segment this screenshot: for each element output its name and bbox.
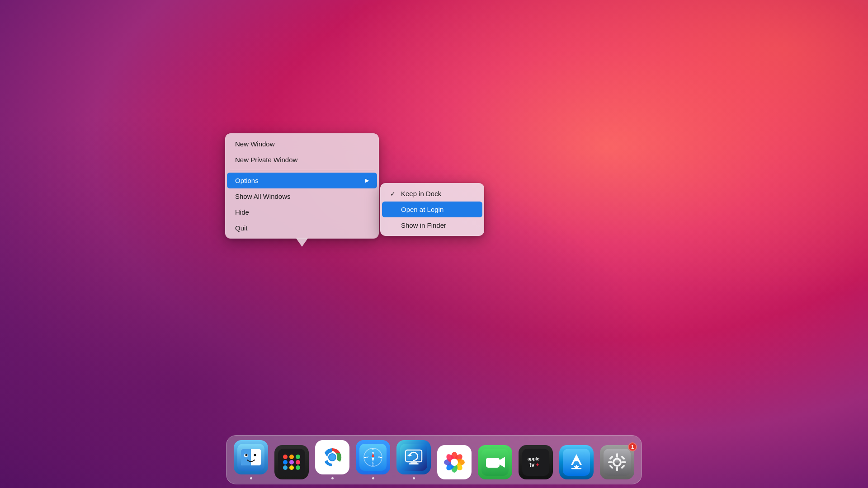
submenu-arrow-icon: ▶ — [365, 178, 369, 183]
svg-rect-23 — [359, 444, 387, 471]
svg-point-17 — [296, 465, 300, 470]
dock-app-finder[interactable] — [234, 440, 268, 479]
menu-item-show-all-windows-label: Show All Windows — [235, 192, 291, 200]
svg-point-64 — [614, 460, 620, 465]
svg-rect-66 — [616, 467, 618, 471]
svg-text:tv: tv — [529, 461, 535, 468]
svg-point-11 — [296, 455, 300, 459]
svg-text:W: W — [366, 456, 368, 459]
context-menu: New Window New Private Window Options ▶ … — [225, 133, 379, 239]
dock-app-safari[interactable]: N S E W — [356, 440, 390, 479]
svg-rect-67 — [608, 461, 613, 463]
menu-item-options-label: Options — [235, 177, 259, 184]
menu-item-new-window[interactable]: New Window — [227, 136, 377, 152]
submenu-options: ✓ Keep in Dock Open at Login Show in Fin… — [380, 183, 484, 236]
svg-point-6 — [245, 454, 248, 456]
submenu-item-open-at-login-label: Open at Login — [401, 206, 443, 213]
facetime-icon — [478, 445, 512, 479]
dock-app-chrome[interactable] — [315, 440, 349, 479]
svg-point-15 — [283, 465, 288, 470]
svg-text:E: E — [378, 456, 380, 459]
dock-app-mirror[interactable] — [396, 440, 431, 479]
menu-item-show-all-windows[interactable]: Show All Windows — [227, 188, 377, 204]
svg-rect-58 — [563, 449, 590, 476]
safari-icon: N S E W — [356, 440, 390, 474]
checkmark-icon: ✓ — [390, 190, 397, 197]
svg-point-12 — [283, 460, 288, 465]
dock-app-photos[interactable] — [437, 445, 472, 479]
svg-rect-68 — [622, 461, 626, 463]
menu-item-hide-label: Hide — [235, 208, 249, 216]
svg-point-22 — [329, 454, 335, 460]
svg-rect-3 — [249, 449, 251, 465]
svg-rect-39 — [409, 463, 419, 465]
menu-item-new-window-label: New Window — [235, 140, 275, 148]
appstore-icon — [559, 445, 594, 479]
dock-app-appletv[interactable]: apple tv + — [519, 445, 553, 479]
chrome-icon — [315, 440, 349, 474]
submenu-item-open-at-login[interactable]: Open at Login — [382, 202, 482, 217]
svg-rect-52 — [486, 458, 500, 468]
menu-divider-1 — [230, 170, 374, 170]
svg-point-14 — [296, 460, 300, 465]
mirror-dot — [413, 477, 415, 479]
submenu-item-show-in-finder[interactable]: Show in Finder — [382, 217, 482, 233]
sysprefs-badge: 1 — [628, 442, 637, 451]
menu-item-hide[interactable]: Hide — [227, 204, 377, 220]
dock: N S E W — [226, 435, 642, 484]
svg-point-13 — [289, 460, 294, 465]
svg-point-7 — [254, 454, 256, 456]
svg-text:apple: apple — [528, 456, 540, 461]
svg-text:+: + — [536, 461, 539, 468]
submenu-item-keep-in-dock[interactable]: ✓ Keep in Dock — [382, 186, 482, 202]
svg-point-10 — [289, 455, 294, 459]
chrome-dot — [331, 477, 334, 479]
svg-point-50 — [451, 459, 458, 466]
launchpad-icon — [274, 445, 309, 479]
svg-point-9 — [283, 455, 288, 459]
dock-app-appstore[interactable] — [559, 445, 594, 479]
svg-rect-65 — [616, 453, 618, 458]
menu-item-quit[interactable]: Quit — [227, 220, 377, 236]
menu-item-options[interactable]: Options ▶ — [227, 173, 377, 188]
dock-app-launchpad[interactable] — [274, 445, 309, 479]
svg-point-16 — [289, 465, 294, 470]
wallpaper — [0, 0, 868, 488]
submenu-item-show-in-finder-label: Show in Finder — [401, 221, 446, 229]
dock-app-facetime[interactable] — [478, 445, 512, 479]
submenu-item-keep-in-dock-label: Keep in Dock — [401, 190, 441, 197]
safari-dot — [372, 477, 374, 479]
finder-icon — [234, 440, 268, 474]
system-preferences-icon: 1 — [600, 445, 634, 479]
menu-item-new-private-window-label: New Private Window — [235, 156, 297, 164]
menu-item-new-private-window[interactable]: New Private Window — [227, 152, 377, 168]
mirror-magnet-icon — [396, 440, 431, 474]
finder-dot — [250, 477, 252, 479]
menu-item-quit-label: Quit — [235, 224, 248, 232]
dock-container: N S E W — [0, 435, 868, 488]
appletv-icon: apple tv + — [519, 445, 553, 479]
photos-icon — [437, 445, 472, 479]
dock-app-sysprefs[interactable]: 1 — [600, 445, 634, 479]
